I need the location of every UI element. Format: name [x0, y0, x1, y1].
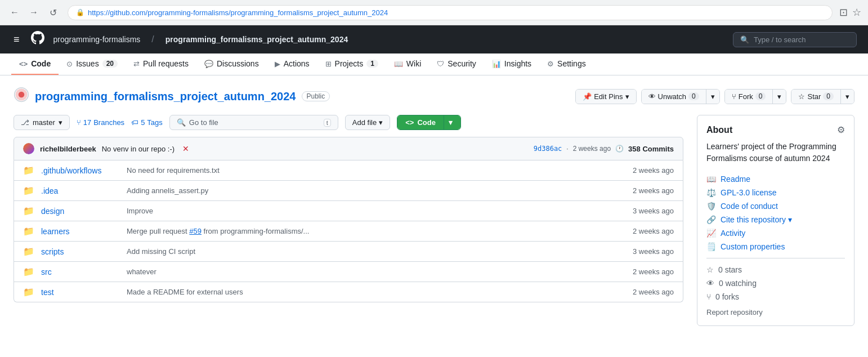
- commit-meta: 9d386ac · 2 weeks ago 🕐 358 Commits: [534, 145, 674, 153]
- activity-link[interactable]: 📈 Activity: [706, 226, 845, 240]
- forward-button[interactable]: →: [26, 5, 42, 20]
- file-browser: ⎇ master ▾ ⑂ 17 Branches 🏷 5 Tags 🔍 Go t…: [14, 115, 683, 326]
- watching-count: 0 watching: [719, 279, 757, 288]
- branches-link[interactable]: ⑂ 17 Branches: [77, 118, 124, 127]
- fork-dropdown[interactable]: ▾: [772, 90, 786, 104]
- code-button[interactable]: <> Code: [397, 115, 444, 130]
- file-row: 📁 design Improve 3 weeks ago: [14, 201, 683, 221]
- file-row: 📁 scripts Add missing CI script 3 weeks …: [14, 242, 683, 262]
- code-tab-icon: <>: [19, 60, 28, 68]
- bookmark-button[interactable]: ⊡: [839, 6, 848, 19]
- commit-row: richelbilderbeek No venv in our repo :-)…: [14, 137, 683, 160]
- report-repository-link[interactable]: Report repository: [706, 308, 845, 316]
- git-branch-icon: ⑂: [77, 118, 81, 127]
- eye-stat-icon: 👁: [706, 279, 714, 288]
- repo-name-header[interactable]: programming_formalisms_project_autumn_20…: [165, 35, 348, 44]
- custom-properties-link[interactable]: 🗒️ Custom properties: [706, 240, 845, 253]
- tags-link[interactable]: 🏷 5 Tags: [131, 118, 163, 127]
- tab-code[interactable]: <> Code: [11, 53, 59, 75]
- tab-insights[interactable]: 📊 Insights: [484, 53, 539, 75]
- commit-time: 2 weeks ago: [573, 145, 611, 153]
- tab-actions[interactable]: ▶ Actions: [267, 53, 317, 75]
- tab-issues[interactable]: ⊙ Issues 20: [59, 53, 126, 75]
- address-bar[interactable]: 🔒 https://github.com/programming-formali…: [68, 5, 833, 20]
- unwatch-dropdown[interactable]: ▾: [706, 90, 719, 104]
- tab-discussions[interactable]: 💬 Discussions: [196, 53, 267, 75]
- about-description: Learners' project of the Programming For…: [706, 141, 845, 164]
- add-file-button[interactable]: Add file ▾: [345, 115, 390, 130]
- commit-x-button[interactable]: ✕: [182, 144, 189, 153]
- file-commit-msg: Add missing CI script: [127, 247, 626, 256]
- file-name-link[interactable]: design: [41, 207, 120, 216]
- tags-count: 5: [141, 118, 145, 127]
- star-page-button[interactable]: ☆: [852, 6, 861, 19]
- add-file-label: Add file: [352, 118, 377, 127]
- commit-author-name[interactable]: richelbilderbeek: [40, 145, 96, 153]
- lock-icon: 🔒: [76, 8, 84, 16]
- divider: [706, 258, 845, 258]
- back-button[interactable]: ←: [7, 5, 23, 20]
- hamburger-menu[interactable]: ≡: [11, 32, 22, 48]
- star-dropdown[interactable]: ▾: [840, 90, 854, 104]
- tab-insights-label: Insights: [504, 59, 531, 68]
- branch-selector[interactable]: ⎇ master ▾: [14, 115, 70, 130]
- license-link[interactable]: ⚖️ GPL-3.0 license: [706, 186, 845, 199]
- github-header: ≡ programming-formalisms / programming_f…: [0, 25, 868, 53]
- pr-link[interactable]: #59: [189, 227, 202, 235]
- goto-file-shortcut: t: [324, 119, 331, 127]
- file-name-link[interactable]: .github/workflows: [41, 166, 120, 175]
- branches-label: Branches: [93, 118, 124, 127]
- repo-tabs: <> Code ⊙ Issues 20 ⇄ Pull requests 💬 Di…: [0, 53, 868, 75]
- file-row: 📁 test Made a README for external users …: [14, 282, 683, 302]
- folder-icon: 📁: [23, 226, 34, 236]
- search-placeholder: Type / to search: [754, 35, 806, 44]
- github-logo[interactable]: [31, 31, 44, 48]
- folder-icon: 📁: [23, 185, 34, 196]
- tab-settings[interactable]: ⚙ Settings: [539, 53, 594, 75]
- file-name-link[interactable]: .idea: [41, 186, 120, 195]
- readme-link[interactable]: 📖 Readme: [706, 172, 845, 186]
- goto-file-input[interactable]: 🔍 Go to file t: [169, 115, 338, 130]
- file-time: 2 weeks ago: [633, 186, 674, 195]
- breadcrumb-separator: /: [151, 34, 154, 44]
- commit-clock-icon: 🕐: [615, 145, 624, 153]
- file-commit-msg: No need for requirements.txt: [127, 166, 626, 175]
- file-name-link[interactable]: test: [41, 288, 120, 297]
- repo-logo: [14, 87, 29, 106]
- reload-button[interactable]: ↺: [45, 5, 61, 20]
- branch-bar: ⎇ master ▾ ⑂ 17 Branches 🏷 5 Tags 🔍 Go t…: [14, 115, 683, 130]
- star-button[interactable]: ☆ Star 0: [791, 90, 840, 104]
- fork-button[interactable]: ⑂ Fork 0: [725, 90, 773, 104]
- chevron-down-icon: ▾: [625, 92, 629, 101]
- commits-count-link[interactable]: 358 Commits: [628, 145, 674, 153]
- file-commit-msg: whatever: [127, 267, 626, 276]
- tab-wiki[interactable]: 📖 Wiki: [386, 53, 429, 75]
- code-of-conduct-link[interactable]: 🛡️ Code of conduct: [706, 199, 845, 213]
- code-dropdown[interactable]: ▾: [444, 115, 460, 130]
- pin-icon: 📌: [583, 92, 592, 101]
- file-table: 📁 .github/workflows No need for requirem…: [14, 160, 683, 302]
- goto-file-placeholder: Go to file: [189, 118, 218, 127]
- unwatch-button[interactable]: 👁 Unwatch 0: [642, 90, 706, 104]
- insights-tab-icon: 📊: [492, 60, 501, 68]
- cite-repo-link[interactable]: 🔗 Cite this repository ▾: [706, 213, 845, 226]
- projects-badge: 1: [366, 60, 378, 68]
- file-name-link[interactable]: scripts: [41, 247, 120, 256]
- tab-projects[interactable]: ⊞ Projects 1: [317, 53, 386, 75]
- branch-icon: ⎇: [21, 118, 29, 127]
- tab-pr-label: Pull requests: [143, 59, 189, 68]
- org-link[interactable]: programming-formalisms: [53, 35, 141, 44]
- repo-title[interactable]: programming_formalisms_project_autumn_20…: [35, 90, 296, 103]
- commit-hash[interactable]: 9d386ac: [534, 145, 562, 153]
- branches-count: 17: [83, 118, 91, 127]
- file-commit-msg: Adding annelis_assert.py: [127, 186, 626, 195]
- file-browser-wrapper: ⎇ master ▾ ⑂ 17 Branches 🏷 5 Tags 🔍 Go t…: [14, 115, 854, 326]
- file-name-link[interactable]: src: [41, 267, 120, 276]
- global-search[interactable]: 🔍 Type / to search: [733, 32, 857, 47]
- about-gear-icon[interactable]: ⚙: [837, 124, 845, 135]
- url-text: https://github.com/programming-formalism…: [88, 8, 388, 17]
- edit-pins-button[interactable]: 📌 Edit Pins ▾: [576, 90, 636, 104]
- tab-pull-requests[interactable]: ⇄ Pull requests: [126, 53, 196, 75]
- tab-security[interactable]: 🛡 Security: [429, 53, 484, 75]
- file-name-link[interactable]: learners: [41, 227, 120, 236]
